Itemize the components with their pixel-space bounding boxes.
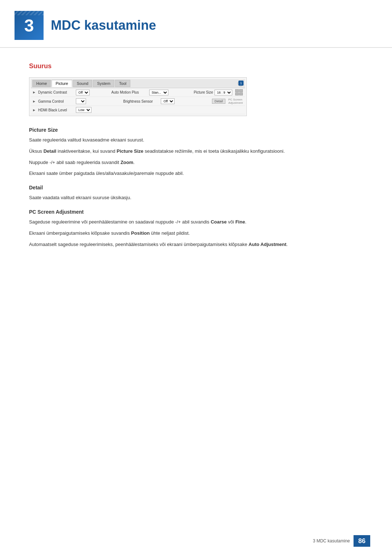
ui-toolbar: Home Picture Sound System Tool 1 ? (31, 79, 245, 88)
tab-sound[interactable]: Sound (73, 80, 93, 87)
grid-icon (235, 89, 243, 95)
row1-label: Dynamic Contrast (38, 90, 74, 94)
picture-size-para4: Ekraani saate ümber paigutada üles/alla/… (29, 170, 363, 177)
row2-arrow: ▶ (33, 100, 37, 103)
detail-para: Saate vaadata valitud ekraani suuruse ük… (29, 194, 363, 202)
picture-size-para3: Nuppude -/+ abil saab reguleerida suvand… (29, 159, 363, 167)
picture-size-para2: Üksus Detail inaktiveeritakse, kui suvan… (29, 148, 363, 155)
row3-label: HDMI Black Level (38, 108, 74, 112)
row1-ratio-select[interactable]: 16 : 9 (215, 90, 232, 95)
page-header: 3 MDC kasutamine (0, 0, 392, 48)
row1-select[interactable]: Off (76, 90, 90, 95)
tab-picture[interactable]: Picture (52, 80, 72, 87)
ui-row-2: ▶ Gamma Control Brightness Sensor Off De… (31, 97, 245, 106)
row3-select[interactable]: Low (76, 107, 91, 113)
section-heading: Suurus (29, 62, 363, 70)
detail-button[interactable]: Detail (212, 99, 225, 104)
badge: 1 (238, 81, 244, 86)
row2-mid-label: Brightness Sensor (123, 99, 159, 103)
pc-screen-label: PC ScreenAdjustment (228, 98, 243, 104)
chapter-number: 3 (15, 11, 44, 40)
picture-size-heading: Picture Size (29, 127, 363, 133)
chapter-title: MDC kasutamine (51, 18, 156, 33)
pc-para1: Sageduse reguleerimine või peenhäälestam… (29, 218, 363, 226)
row1-mid-label: Auto Motion Plus (111, 90, 148, 94)
tab-system[interactable]: System (93, 80, 114, 87)
row2-label: Gamma Control (38, 99, 74, 103)
detail-heading: Detail (29, 185, 363, 190)
row2-mid-select[interactable]: Off (161, 98, 175, 104)
row1-pic-label: Picture Size (194, 90, 213, 94)
footer-page-number: 86 (354, 535, 370, 547)
footer-text: 3 MDC kasutamine (313, 538, 350, 543)
pc-screen-heading: PC Screen Adjustment (29, 209, 363, 215)
tab-home[interactable]: Home (32, 80, 51, 87)
ui-screenshot: Home Picture Sound System Tool 1 ? ▶ Dyn… (29, 77, 247, 116)
pc-para3: Automaatselt sageduse reguleerimiseks, p… (29, 241, 363, 249)
pc-para2: Ekraani ümberpaigutamiseks klõpsake suva… (29, 230, 363, 237)
page-footer: 3 MDC kasutamine 86 (313, 535, 370, 547)
picture-size-para1: Saate reguleerida valitud kuvaseadme ekr… (29, 136, 363, 144)
row1-mid-select[interactable]: Stan... (149, 90, 168, 95)
main-content: Suurus Home Picture Sound System Tool 1 … (0, 62, 392, 248)
row2-select[interactable] (76, 98, 86, 104)
ui-row-1: ▶ Dynamic Contrast Off Auto Motion Plus … (31, 88, 245, 97)
row3-arrow: ▶ (33, 108, 37, 112)
ui-row-3: ▶ HDMI Black Level Low (31, 106, 245, 114)
row1-arrow: ▶ (33, 91, 37, 94)
tab-tool[interactable]: Tool (115, 80, 130, 87)
